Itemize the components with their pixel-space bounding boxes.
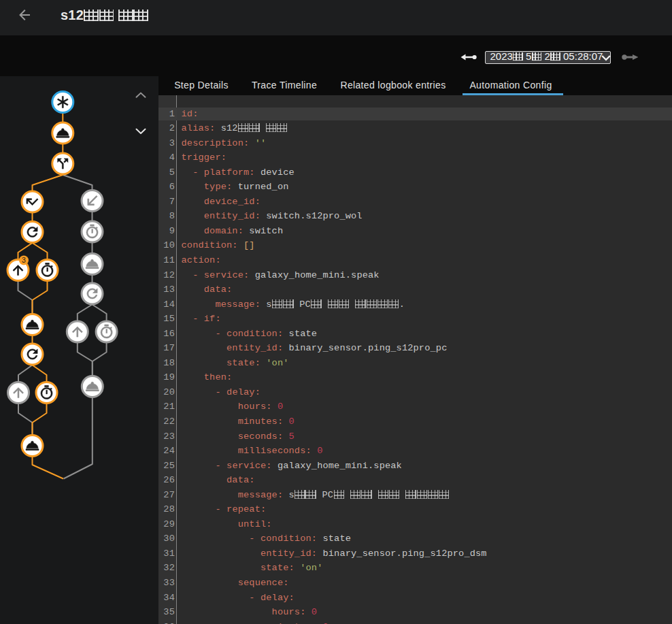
svg-text:3: 3	[22, 256, 26, 264]
